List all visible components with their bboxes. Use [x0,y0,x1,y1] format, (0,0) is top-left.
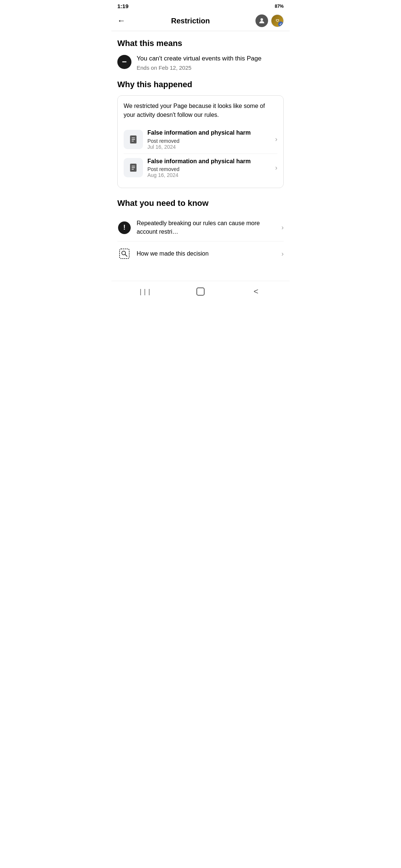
know-item-1[interactable]: ! Repeatedly breaking our rules can caus… [117,214,284,241]
status-bar: 1:19 87% [111,0,290,11]
magnify-icon [118,247,131,260]
menu-icon: | | | [140,288,150,296]
back-button[interactable]: ← [117,16,125,26]
nav-back-button[interactable]: < [247,286,265,297]
know-text-2: How we made this decision [137,250,276,258]
back-arrow-icon: < [254,287,258,296]
violation-title-1: False information and physical harm [147,129,271,137]
violation-text-1: False information and physical harm Post… [147,129,271,150]
violation-status-2: Post removed [147,166,271,172]
page-avatar[interactable]: 🛡 ✓ [271,14,284,27]
know-icon-1: ! [117,221,131,235]
violation-item-1[interactable]: False information and physical harm Post… [124,125,277,154]
status-icons: 87% [275,4,284,9]
violation-title-2: False information and physical harm [147,158,271,165]
warning-icon: ! [118,221,131,234]
why-title: Why this happened [117,80,284,89]
home-icon [196,287,205,296]
svg-rect-9 [120,249,129,259]
what-this-means-title: What this means [117,39,284,48]
chevron-icon-4: › [281,250,284,258]
nav-right-controls: 🛡 ✓ [255,14,284,27]
bottom-nav: | | | < [111,281,290,305]
know-icon-2 [117,247,131,261]
time-display: 1:19 [117,3,128,9]
violation-status-1: Post removed [147,138,271,144]
violation-text-2: False information and physical harm Post… [147,158,271,178]
chevron-icon-1: › [275,135,277,143]
document-icon-1 [128,135,138,144]
chevron-icon-3: › [281,224,284,231]
restriction-main-text: You can't create virtual events with thi… [137,54,284,63]
main-content: What this means You can't create virtual… [111,39,290,266]
battery-display: 87% [275,4,284,9]
restriction-end-date: Ends on Feb 12, 2025 [137,65,284,71]
chevron-icon-2: › [275,164,277,172]
reason-card: We restricted your Page because it looks… [117,95,284,188]
restriction-item: You can't create virtual events with thi… [117,54,284,71]
svg-line-11 [125,254,127,256]
violation-date-2: Aug 16, 2024 [147,172,271,178]
svg-point-0 [261,18,263,21]
restriction-text-block: You can't create virtual events with thi… [137,54,284,71]
restriction-block-icon [117,55,131,69]
know-title: What you need to know [117,198,284,208]
nav-menu-button[interactable]: | | | [136,286,154,297]
why-section: Why this happened We restricted your Pag… [117,80,284,188]
violation-icon-1 [124,130,143,149]
nav-home-button[interactable] [191,286,210,297]
violation-date-1: Jul 16, 2024 [147,144,271,150]
nav-bar: ← Restriction 🛡 ✓ [111,11,290,31]
know-item-2[interactable]: How we made this decision › [117,241,284,266]
document-icon-2 [128,163,138,172]
reason-intro-text: We restricted your Page because it looks… [124,102,277,119]
know-section: What you need to know ! Repeatedly break… [117,198,284,266]
violation-icon-2 [124,158,143,177]
profile-icon[interactable] [255,14,268,27]
know-text-1: Repeatedly breaking our rules can cause … [137,219,276,236]
violation-item-2[interactable]: False information and physical harm Post… [124,154,277,182]
page-title: Restriction [171,17,210,25]
